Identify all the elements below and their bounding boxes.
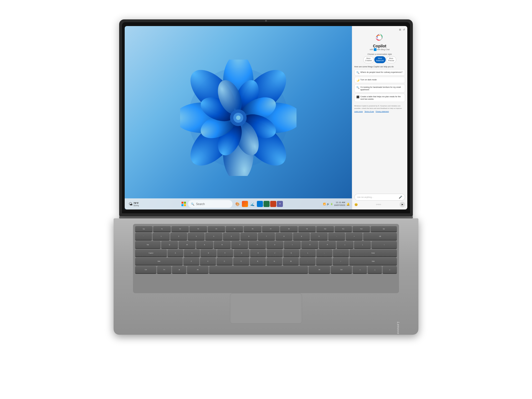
key-f6[interactable]: F6: [244, 226, 261, 232]
key-arrow-up[interactable]: △: [368, 266, 382, 273]
chat-input-box[interactable]: Ask me anything... 🎤: [354, 194, 405, 201]
key-backspace[interactable]: ⌫: [363, 233, 397, 240]
key-o[interactable]: O: [301, 241, 318, 248]
key-s[interactable]: S: [184, 249, 200, 257]
key-z[interactable]: Z: [183, 258, 199, 265]
touchpad[interactable]: [230, 293, 302, 324]
key-2[interactable]: 2: [170, 233, 187, 240]
key-n[interactable]: N: [267, 258, 282, 265]
key-p[interactable]: P: [319, 241, 336, 248]
key-period[interactable]: .: [316, 258, 332, 265]
privacy-link[interactable]: Privacy statement: [376, 111, 389, 112]
send-button[interactable]: ➤: [400, 202, 405, 207]
key-5[interactable]: 5: [223, 233, 240, 240]
key-8[interactable]: 8: [276, 233, 292, 240]
learn-more-link[interactable]: Learn more: [354, 111, 363, 112]
emoji-button[interactable]: 😊: [354, 203, 358, 206]
key-f8[interactable]: F8: [280, 226, 297, 232]
key-arrow-right[interactable]: ▷: [383, 266, 397, 273]
style-creative[interactable]: MoreCreative: [363, 56, 374, 63]
key-shift-right[interactable]: Shift: [349, 258, 397, 265]
key-shift-left[interactable]: Shift: [135, 258, 183, 265]
weather-widget[interactable]: 🌤 78°F Sunny: [127, 201, 140, 207]
notification-icon[interactable]: 🔔: [346, 203, 350, 206]
key-backslash[interactable]: \: [372, 241, 397, 248]
key-k[interactable]: K: [283, 249, 299, 257]
key-delete[interactable]: Del: [371, 226, 397, 232]
key-x[interactable]: X: [200, 258, 216, 265]
key-f2[interactable]: F2: [172, 226, 189, 232]
taskbar-app-teams[interactable]: T: [277, 201, 283, 207]
key-tab[interactable]: Tab: [135, 241, 160, 248]
key-d[interactable]: D: [201, 249, 216, 257]
key-capslock[interactable]: CapsLk: [135, 249, 167, 257]
grid-icon[interactable]: ⊞: [399, 28, 401, 31]
taskbar-app-photos[interactable]: 🎨: [234, 200, 241, 208]
key-minus[interactable]: -: [328, 233, 345, 240]
key-9[interactable]: 9: [293, 233, 310, 240]
key-v[interactable]: V: [233, 258, 249, 265]
key-win[interactable]: ⊞: [172, 266, 186, 273]
key-l[interactable]: L: [300, 249, 316, 257]
suggestion-culinary[interactable]: 🔍 Where do people travel for culinary ex…: [354, 69, 405, 76]
key-m[interactable]: M: [283, 258, 299, 265]
key-comma[interactable]: ,: [300, 258, 315, 265]
terms-link[interactable]: Terms of use: [364, 111, 374, 112]
key-b[interactable]: B: [250, 258, 266, 265]
key-esc[interactable]: Esc: [135, 226, 152, 232]
key-semicolon[interactable]: ;: [316, 249, 332, 257]
key-0[interactable]: 0: [311, 233, 327, 240]
key-y[interactable]: Y: [249, 241, 265, 248]
key-ctrl-left[interactable]: Ctrl: [135, 266, 156, 273]
key-arrow-left[interactable]: ◁: [353, 266, 367, 273]
key-w[interactable]: W: [179, 241, 195, 248]
key-u[interactable]: U: [267, 241, 283, 248]
key-alt-left[interactable]: Alt: [187, 266, 208, 273]
key-q[interactable]: Q: [161, 241, 178, 248]
key-6[interactable]: 6: [241, 233, 257, 240]
history-icon[interactable]: ↺: [403, 28, 405, 31]
suggestion-darkmode[interactable]: 🌙 Turn on dark mode: [354, 77, 405, 83]
key-equals[interactable]: =: [346, 233, 362, 240]
key-i[interactable]: I: [284, 241, 301, 248]
key-e[interactable]: E: [196, 241, 213, 248]
key-r[interactable]: R: [214, 241, 231, 248]
taskbar-search[interactable]: 🔍 Search: [188, 200, 232, 208]
key-a[interactable]: A: [168, 249, 183, 257]
key-f9[interactable]: F9: [298, 226, 316, 232]
clock[interactable]: 11:11 AM 10/07/2023: [334, 201, 345, 207]
key-slash[interactable]: /: [333, 258, 349, 265]
key-f3[interactable]: F3: [190, 226, 207, 232]
key-alt-right[interactable]: Alt: [309, 266, 330, 273]
style-precise[interactable]: MorePrecise: [386, 56, 396, 63]
key-f4[interactable]: F4: [208, 226, 225, 232]
taskbar-app-edge[interactable]: 🌊: [249, 200, 256, 208]
key-f7[interactable]: F7: [262, 226, 279, 232]
taskbar-app-2[interactable]: [264, 201, 270, 207]
key-fn[interactable]: Fn: [157, 266, 171, 273]
suggestion-furniture[interactable]: 🔍 I'm looking for handmade furniture for…: [354, 84, 405, 93]
key-f[interactable]: F: [217, 249, 233, 257]
key-space[interactable]: [209, 266, 308, 273]
key-g[interactable]: G: [234, 249, 250, 257]
key-enter[interactable]: Enter: [350, 249, 397, 257]
key-h[interactable]: H: [250, 249, 266, 257]
key-f10[interactable]: F10: [316, 226, 334, 232]
taskbar-app-store[interactable]: [242, 201, 248, 207]
key-t[interactable]: T: [231, 241, 248, 248]
taskbar-app-3[interactable]: [270, 201, 276, 207]
key-f11[interactable]: F11: [335, 226, 352, 232]
windows-start-button[interactable]: [180, 201, 187, 207]
key-7[interactable]: 7: [258, 233, 275, 240]
key-bracket-close[interactable]: ]: [354, 241, 371, 248]
key-f1[interactable]: F1: [153, 226, 170, 232]
key-backtick[interactable]: `: [135, 233, 152, 240]
key-f12[interactable]: F12: [353, 226, 370, 232]
style-balanced[interactable]: MoreBalanced: [374, 56, 386, 63]
key-f5[interactable]: F5: [226, 226, 243, 232]
key-bracket-open[interactable]: [: [337, 241, 353, 248]
key-1[interactable]: 1: [153, 233, 169, 240]
key-4[interactable]: 4: [205, 233, 222, 240]
key-ctrl-right[interactable]: Ctrl: [331, 266, 352, 273]
mic-icon[interactable]: 🎤: [399, 196, 402, 199]
